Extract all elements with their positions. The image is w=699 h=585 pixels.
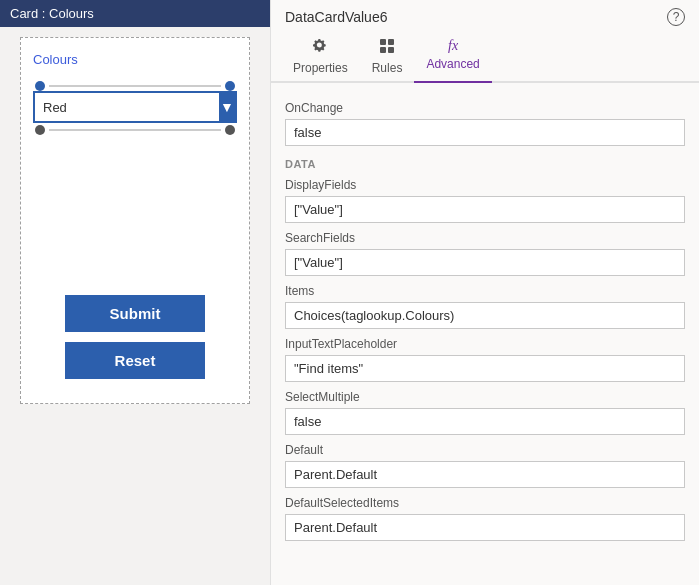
tab-advanced[interactable]: fx Advanced [414, 34, 491, 81]
section-data: DATA [285, 158, 685, 170]
reset-button[interactable]: Reset [65, 342, 205, 379]
input-display_fields[interactable] [285, 196, 685, 223]
canvas-area: Colours ▼ [0, 27, 270, 585]
input-default_selected_items[interactable] [285, 514, 685, 541]
input-items[interactable] [285, 302, 685, 329]
right-panel-title: DataCardValue6 [285, 9, 387, 25]
slider-bottom-row [33, 125, 237, 135]
svg-rect-0 [380, 39, 386, 45]
tab-advanced-label: Advanced [426, 57, 479, 71]
left-panel: Card : Colours Colours ▼ [0, 0, 270, 585]
input-select_multiple[interactable] [285, 408, 685, 435]
dropdown-arrow-btn[interactable]: ▼ [219, 93, 235, 121]
input-search_fields[interactable] [285, 249, 685, 276]
properties-area: OnChangeDATADisplayFieldsSearchFieldsIte… [271, 83, 699, 585]
breadcrumb: Card : Colours [0, 0, 270, 27]
dropdown-input[interactable] [35, 100, 219, 115]
label-select_multiple: SelectMultiple [285, 390, 685, 404]
card-container: Colours ▼ [20, 37, 250, 404]
label-items: Items [285, 284, 685, 298]
advanced-icon: fx [448, 38, 458, 54]
tabs-row: Properties Rules fx Advanced [271, 34, 699, 83]
card-label: Colours [33, 52, 237, 67]
tab-properties-label: Properties [293, 61, 348, 75]
reset-label: Reset [115, 352, 156, 369]
properties-icon [312, 38, 328, 58]
label-input_text_placeholder: InputTextPlaceholder [285, 337, 685, 351]
right-panel: DataCardValue6 ? Properties [270, 0, 699, 585]
slider-dot-left-bottom [35, 125, 45, 135]
svg-rect-3 [388, 47, 394, 53]
help-icon-text: ? [673, 10, 680, 24]
help-icon[interactable]: ? [667, 8, 685, 26]
rules-icon [379, 38, 395, 58]
chevron-down-icon: ▼ [220, 99, 234, 115]
tab-rules-label: Rules [372, 61, 403, 75]
slider-dot-right-top [225, 81, 235, 91]
input-default[interactable] [285, 461, 685, 488]
label-display_fields: DisplayFields [285, 178, 685, 192]
breadcrumb-text: Card : Colours [10, 6, 94, 21]
slider-dot-right-bottom [225, 125, 235, 135]
submit-label: Submit [110, 305, 161, 322]
slider-dot-left-top [35, 81, 45, 91]
label-default: Default [285, 443, 685, 457]
tab-rules[interactable]: Rules [360, 34, 415, 81]
svg-rect-1 [388, 39, 394, 45]
slider-top-row [33, 81, 237, 91]
tab-properties[interactable]: Properties [281, 34, 360, 81]
input-input_text_placeholder[interactable] [285, 355, 685, 382]
label-search_fields: SearchFields [285, 231, 685, 245]
submit-button[interactable]: Submit [65, 295, 205, 332]
label-default_selected_items: DefaultSelectedItems [285, 496, 685, 510]
dropdown-field[interactable]: ▼ [33, 91, 237, 123]
label-onchange: OnChange [285, 101, 685, 115]
svg-rect-2 [380, 47, 386, 53]
right-header: DataCardValue6 ? [271, 0, 699, 26]
input-onchange[interactable] [285, 119, 685, 146]
